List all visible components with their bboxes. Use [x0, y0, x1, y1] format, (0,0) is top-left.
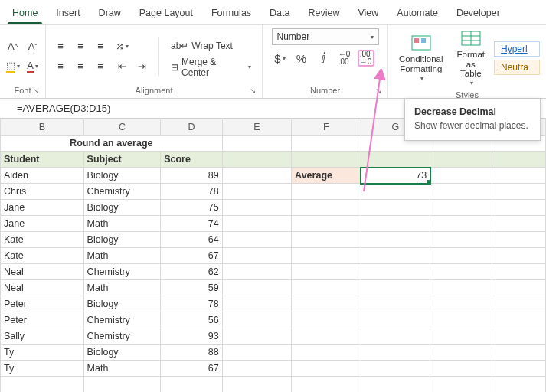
accounting-format-button[interactable]: $▾ — [272, 50, 289, 67]
tab-formulas[interactable]: Formulas — [204, 5, 259, 24]
table-row[interactable]: KateBiology64 — [1, 232, 546, 248]
increase-decimal-button[interactable]: ←0.00 — [336, 50, 353, 67]
table-row[interactable]: TyMath67 — [1, 361, 546, 377]
tab-data[interactable]: Data — [262, 5, 297, 24]
alignment-group-launcher[interactable]: ↘ — [247, 86, 257, 96]
number-group-launcher[interactable]: ↘ — [373, 86, 383, 96]
col-header-c[interactable]: C — [83, 119, 161, 136]
format-as-table-button[interactable]: Format as Table▾ — [453, 28, 489, 89]
format-as-table-icon — [460, 30, 482, 48]
decrease-decimal-button[interactable]: .00→0 — [358, 50, 374, 67]
number-format-select[interactable]: Number ▾ — [272, 28, 379, 45]
table-row[interactable]: PeterBiology78 — [1, 296, 546, 312]
wrap-text-button[interactable]: ab↵ Wrap Text — [166, 38, 256, 54]
wrap-text-icon: ab↵ — [171, 41, 188, 51]
align-middle-button[interactable]: ≡ — [72, 38, 89, 55]
tooltip-body: Show fewer decimal places. — [414, 120, 531, 131]
tooltip-title: Decrease Decimal — [414, 106, 531, 117]
table-row[interactable]: JaneMath74 — [1, 216, 546, 232]
comma-format-button[interactable]: ⅈ — [315, 50, 332, 67]
ribbon: A^ Aˇ ⬚▾ A▾ Font ↘ ≡ ≡ ≡ ≡ — [0, 25, 546, 99]
col-header-b[interactable]: B — [1, 119, 84, 136]
header-student[interactable]: Student — [1, 152, 84, 168]
align-top-button[interactable]: ≡ — [52, 38, 69, 55]
align-right-button[interactable]: ≡ — [92, 58, 109, 75]
conditional-formatting-label: Conditional Formatting — [399, 54, 443, 74]
col-header-d[interactable]: D — [161, 119, 222, 136]
col-header-e[interactable]: E — [222, 119, 292, 136]
decrease-font-size-button[interactable]: Aˇ — [25, 38, 41, 55]
table-row[interactable]: NealChemistry62 — [1, 264, 546, 280]
conditional-formatting-icon — [410, 34, 432, 53]
svg-rect-1 — [414, 38, 419, 43]
tab-draw[interactable]: Draw — [91, 5, 129, 24]
table-row[interactable]: AidenBiology89Average73 — [1, 168, 546, 184]
font-group-label: Font — [14, 86, 31, 95]
table-row[interactable]: ChrisChemistry78 — [1, 184, 546, 200]
number-group-label: Number — [310, 86, 340, 95]
tab-page-layout[interactable]: Page Layout — [132, 5, 201, 24]
wrap-text-label: Wrap Text — [191, 41, 233, 51]
orientation-button[interactable]: ⤭▾ — [113, 38, 130, 55]
table-row[interactable]: PeterChemistry56 — [1, 312, 546, 328]
tooltip-decrease-decimal: Decrease Decimal Show fewer decimal plac… — [404, 98, 541, 141]
col-header-f[interactable]: F — [292, 119, 361, 136]
tab-insert[interactable]: Insert — [48, 5, 87, 24]
format-as-table-label: Format as Table — [457, 50, 485, 79]
ribbon-tabs: Home Insert Draw Page Layout Formulas Da… — [0, 0, 546, 25]
tab-developer[interactable]: Developer — [449, 5, 508, 24]
average-value-cell[interactable]: 73 — [361, 168, 430, 184]
align-left-button[interactable]: ≡ — [52, 58, 69, 75]
percent-format-button[interactable]: % — [293, 50, 310, 67]
table-row[interactable]: JaneBiology75 — [1, 200, 546, 216]
alignment-group-label: Alignment — [136, 86, 173, 95]
font-color-button[interactable]: A▾ — [25, 58, 41, 75]
conditional-formatting-button[interactable]: Conditional Formatting▾ — [394, 33, 448, 83]
tab-automate[interactable]: Automate — [389, 5, 446, 24]
formula-bar-text: =AVERAGE(D3:D15) — [17, 103, 110, 114]
merge-center-icon: ⊟ — [171, 62, 178, 73]
sheet-title[interactable]: Round an average — [1, 136, 223, 152]
font-group-launcher[interactable]: ↘ — [31, 86, 41, 96]
tab-review[interactable]: Review — [300, 5, 347, 24]
align-bottom-button[interactable]: ≡ — [92, 38, 109, 55]
table-row[interactable]: NealMath59 — [1, 280, 546, 296]
header-score[interactable]: Score — [161, 152, 222, 168]
merge-center-button[interactable]: ⊟ Merge & Center ▾ — [166, 59, 256, 76]
cell-style-hyperlink[interactable]: Hyperl — [494, 41, 540, 57]
table-row[interactable]: KateMath67 — [1, 248, 546, 264]
header-subject[interactable]: Subject — [83, 152, 161, 168]
svg-rect-2 — [421, 38, 426, 43]
align-center-button[interactable]: ≡ — [72, 58, 89, 75]
cell-style-neutral[interactable]: Neutra — [494, 60, 540, 75]
number-format-value: Number — [277, 31, 310, 42]
merge-center-label: Merge & Center — [181, 57, 244, 78]
table-row[interactable]: SallyChemistry93 — [1, 328, 546, 345]
average-label[interactable]: Average — [292, 168, 361, 184]
increase-font-size-button[interactable]: A^ — [5, 38, 21, 55]
tab-home[interactable]: Home — [5, 5, 45, 24]
table-row[interactable]: TyBiology88 — [1, 345, 546, 361]
fill-color-button[interactable]: ⬚▾ — [5, 58, 21, 75]
spreadsheet-grid[interactable]: B C D E F G H I Round an average Student… — [0, 119, 546, 392]
increase-indent-button[interactable]: ⇥ — [133, 58, 150, 75]
decrease-indent-button[interactable]: ⇤ — [113, 58, 130, 75]
tab-view[interactable]: View — [350, 5, 386, 24]
